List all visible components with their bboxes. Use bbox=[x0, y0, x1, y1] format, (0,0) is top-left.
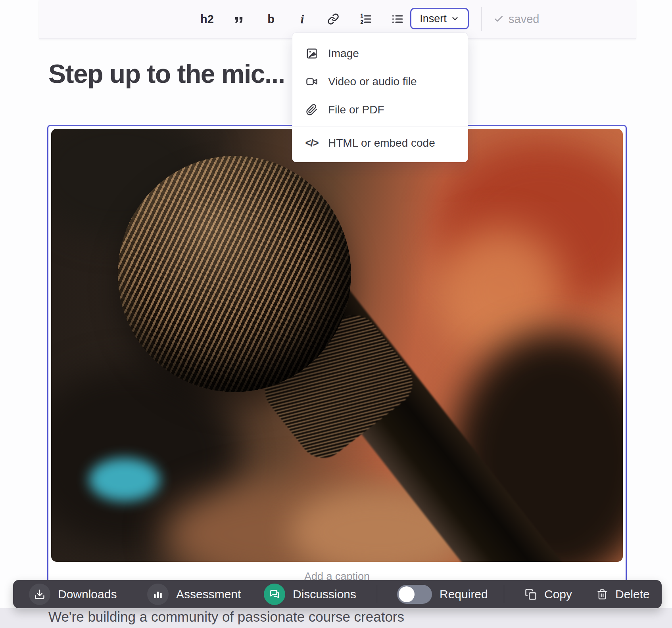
insert-menu: Image Video or audio file File or PDF </… bbox=[292, 33, 468, 162]
discussions-button[interactable]: Discussions bbox=[264, 580, 356, 608]
footer-divider bbox=[377, 585, 377, 603]
delete-label: Delete bbox=[615, 588, 650, 601]
heading2-button[interactable]: h2 bbox=[197, 9, 217, 29]
bullet-list-icon bbox=[391, 13, 404, 25]
photo-blur-shape bbox=[89, 458, 160, 502]
bar-chart-icon bbox=[147, 584, 169, 605]
menu-item-label: Video or audio file bbox=[328, 75, 417, 88]
trash-icon bbox=[597, 589, 608, 600]
menu-item-video[interactable]: Video or audio file bbox=[292, 67, 468, 96]
image-block[interactable]: Add a caption bbox=[47, 125, 627, 620]
italic-button[interactable]: i bbox=[292, 9, 313, 29]
menu-item-label: Image bbox=[328, 47, 359, 60]
code-icon: </> bbox=[305, 137, 319, 149]
assessment-button[interactable]: Assessment bbox=[147, 580, 241, 608]
toggle-knob bbox=[399, 586, 415, 602]
menu-item-embed[interactable]: </> HTML or embed code bbox=[292, 129, 468, 157]
downloads-button[interactable]: Downloads bbox=[29, 580, 117, 608]
body-paragraph[interactable]: We're building a community of passionate… bbox=[48, 609, 404, 625]
copy-label: Copy bbox=[544, 588, 572, 601]
svg-text:1: 1 bbox=[361, 13, 363, 19]
required-toggle-group: Required bbox=[397, 580, 488, 608]
delete-button[interactable]: Delete bbox=[597, 580, 650, 608]
ordered-list-button[interactable]: 1 2 bbox=[355, 9, 376, 29]
quote-icon: ” bbox=[234, 10, 244, 28]
lesson-title[interactable]: Step up to the mic... bbox=[48, 59, 285, 89]
content-below: We're building a community of passionate… bbox=[0, 608, 672, 628]
bold-button[interactable]: b bbox=[261, 9, 281, 29]
menu-item-label: HTML or embed code bbox=[328, 137, 435, 149]
paperclip-icon bbox=[305, 104, 319, 116]
lesson-action-bar: Downloads Assessment Discussions Require… bbox=[13, 580, 662, 608]
video-icon bbox=[305, 76, 319, 88]
download-icon bbox=[29, 584, 50, 605]
ordered-list-icon: 1 2 bbox=[359, 13, 372, 25]
bullet-list-button[interactable] bbox=[387, 9, 408, 29]
toolbar-divider bbox=[481, 7, 482, 31]
insert-label: Insert bbox=[420, 13, 447, 25]
menu-divider bbox=[292, 126, 468, 126]
heading2-label: h2 bbox=[200, 13, 214, 26]
required-toggle[interactable] bbox=[397, 585, 432, 604]
italic-label: i bbox=[301, 12, 304, 27]
downloads-label: Downloads bbox=[58, 588, 117, 601]
link-button[interactable] bbox=[323, 9, 344, 29]
insert-dropdown-button[interactable]: Insert bbox=[410, 8, 469, 29]
bold-label: b bbox=[267, 13, 275, 26]
microphone-photo bbox=[51, 129, 623, 562]
copy-icon bbox=[525, 588, 537, 600]
required-label: Required bbox=[440, 588, 488, 601]
menu-item-label: File or PDF bbox=[328, 103, 384, 116]
svg-text:2: 2 bbox=[361, 19, 363, 25]
assessment-label: Assessment bbox=[176, 588, 241, 601]
saved-label: saved bbox=[509, 13, 539, 26]
menu-item-file[interactable]: File or PDF bbox=[292, 96, 468, 124]
copy-button[interactable]: Copy bbox=[525, 580, 572, 608]
course-editor-page: h2 ” b i 1 2 bbox=[0, 0, 672, 628]
menu-item-image[interactable]: Image bbox=[292, 39, 468, 67]
microphone-grille bbox=[118, 156, 351, 392]
save-status: saved bbox=[493, 9, 539, 29]
footer-divider bbox=[504, 585, 504, 603]
check-icon bbox=[493, 14, 504, 24]
image-icon bbox=[305, 48, 319, 59]
chevron-down-icon bbox=[451, 14, 459, 23]
blockquote-button[interactable]: ” bbox=[228, 9, 249, 29]
discussions-icon bbox=[264, 584, 285, 605]
link-icon bbox=[327, 13, 339, 25]
discussions-label: Discussions bbox=[293, 588, 356, 601]
